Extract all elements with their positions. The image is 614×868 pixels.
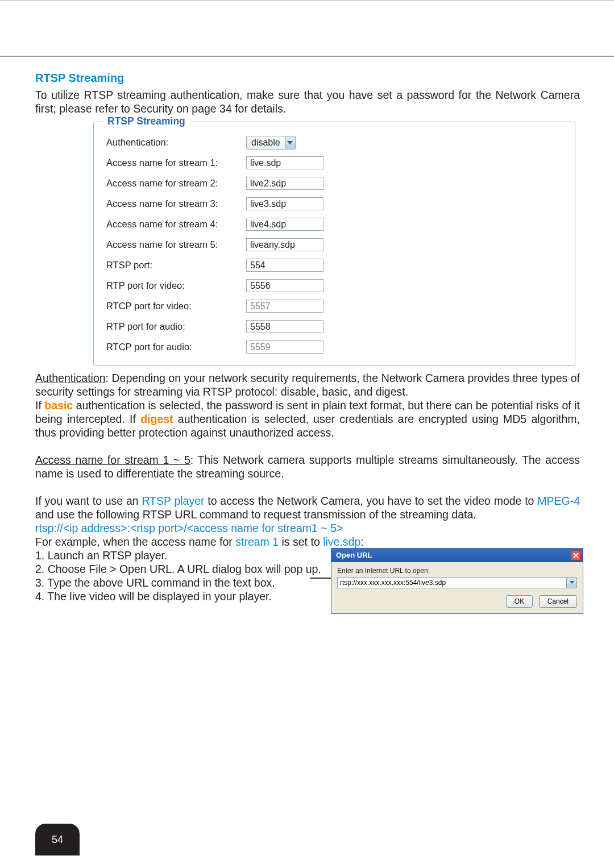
label-stream3: Access name for stream 3:: [106, 198, 246, 209]
input-rtcp-video: [246, 300, 323, 313]
label-rtp-audio: RTP port for audio:: [106, 321, 246, 332]
panel-legend: RTSP Streaming: [104, 115, 189, 127]
input-stream3[interactable]: [246, 197, 323, 210]
authentication-select-value: disable: [247, 138, 285, 148]
open-url-dialog: Open URL Enter an Internet URL to open:: [331, 548, 583, 614]
input-stream4[interactable]: [246, 218, 323, 231]
close-icon[interactable]: [571, 550, 581, 560]
input-rtcp-audio: [246, 340, 323, 354]
term-authentication: Authentication: [35, 372, 106, 384]
chevron-down-icon: [285, 136, 295, 149]
label-rtcp-audio: RTCP port for audio:: [106, 342, 246, 352]
dialog-title-text: Open URL: [336, 551, 372, 559]
chevron-down-icon[interactable]: [567, 577, 577, 588]
input-stream2[interactable]: [246, 177, 323, 190]
term-access-name: Access name for stream 1 ~ 5: [35, 454, 190, 466]
input-rtp-video[interactable]: [246, 279, 323, 292]
intro-paragraph: To utilize RTSP streaming authentication…: [35, 88, 580, 116]
label-stream5: Access name for stream 5:: [106, 239, 246, 250]
section-heading: RTSP Streaming: [35, 72, 580, 85]
label-stream2: Access name for stream 2:: [106, 178, 246, 189]
top-margin: [0, 0, 614, 57]
dialog-url-input[interactable]: [337, 577, 567, 588]
input-stream5[interactable]: [246, 238, 323, 251]
body-text-2: Access name for stream 1 ~ 5: This Netwo…: [35, 454, 580, 481]
label-stream4: Access name for stream 4:: [106, 219, 246, 230]
body-text: Authentication: Depending on your networ…: [35, 372, 580, 440]
input-rtp-audio[interactable]: [246, 320, 323, 333]
rtsp-url-template: rtsp://<ip address>:<rtsp port>/<access …: [35, 522, 580, 535]
label-authentication: Authentication:: [106, 137, 246, 148]
input-rtsp-port[interactable]: [246, 259, 323, 272]
cancel-button[interactable]: Cancel: [539, 595, 577, 608]
label-rtcp-video: RTCP port for video:: [106, 301, 246, 312]
authentication-select[interactable]: disable: [246, 136, 296, 149]
input-stream1[interactable]: [246, 156, 323, 169]
dialog-titlebar: Open URL: [331, 549, 583, 562]
body-text-3: If you want to use an RTSP player to acc…: [35, 495, 580, 522]
page-number: 54: [52, 834, 63, 846]
dialog-hint: Enter an Internet URL to open:: [337, 567, 577, 575]
body-example: For example, when the access name for st…: [35, 535, 580, 549]
page-number-tab: 54: [35, 824, 80, 855]
label-stream1: Access name for stream 1:: [106, 157, 246, 168]
ok-button[interactable]: OK: [506, 595, 533, 608]
label-rtsp-port: RTSP port:: [106, 260, 246, 271]
rtsp-streaming-panel: RTSP Streaming Authentication: disable A…: [93, 122, 575, 366]
label-rtp-video: RTP port for video:: [106, 280, 246, 291]
row-authentication: Authentication: disable: [106, 132, 575, 153]
